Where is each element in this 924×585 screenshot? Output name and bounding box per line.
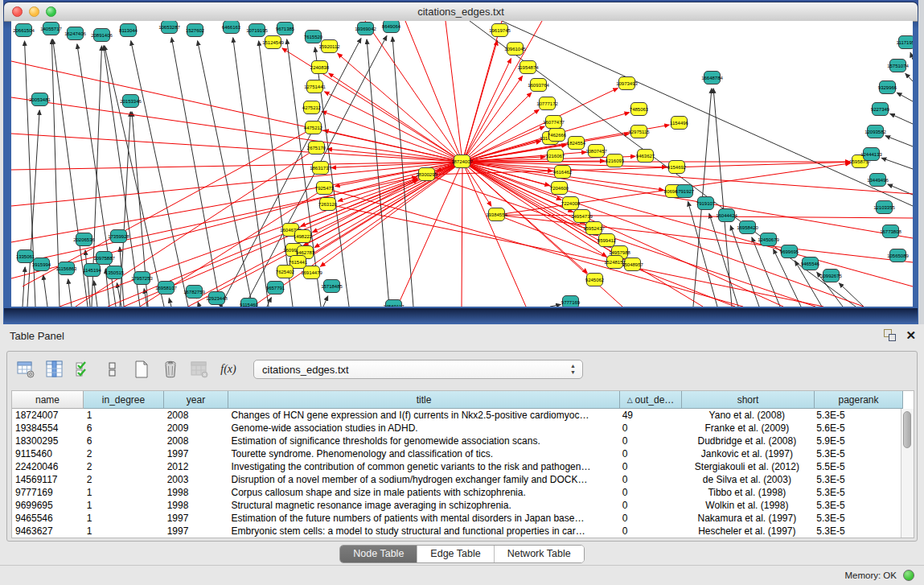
network-edge[interactable]	[329, 73, 462, 162]
float-window-icon[interactable]	[884, 329, 896, 341]
network-node[interactable]: 14569117	[385, 299, 402, 307]
network-node[interactable]: 9115460	[240, 298, 257, 307]
network-edge[interactable]	[367, 39, 389, 307]
network-node[interactable]: 12103355	[876, 200, 893, 214]
network-edge[interactable]	[169, 299, 171, 307]
network-edge[interactable]	[910, 52, 913, 60]
network-edge[interactable]	[23, 267, 25, 307]
network-node[interactable]: 12923448	[208, 291, 225, 305]
network-node[interactable]: 10719195	[248, 23, 265, 37]
network-edge[interactable]	[27, 110, 39, 307]
table-scrollbar-thumb[interactable]	[903, 411, 911, 448]
network-edge[interactable]	[171, 38, 220, 307]
column-header-out_de[interactable]: △out_de…	[620, 391, 682, 409]
network-node[interactable]: 12751441	[306, 80, 323, 93]
network-edge[interactable]	[906, 73, 913, 81]
network-node[interactable]: 16958107	[158, 281, 175, 295]
network-node[interactable]: 4616462	[554, 165, 571, 179]
network-node[interactable]: 10653287	[161, 21, 178, 34]
network-edge[interactable]	[327, 149, 462, 162]
network-node[interactable]: 1145194	[84, 263, 101, 277]
network-edge[interactable]	[462, 109, 539, 162]
network-node[interactable]: 9154692	[668, 160, 685, 174]
tab-edge-table[interactable]: Edge Table	[417, 546, 494, 562]
network-node[interactable]: 15048957	[624, 257, 641, 271]
column-header-year[interactable]: year	[164, 391, 228, 409]
network-node[interactable]: 7263120	[319, 197, 336, 211]
column-header-short[interactable]: short	[682, 391, 815, 409]
select-columns-button[interactable]	[73, 359, 94, 380]
network-node[interactable]: 17359928	[110, 229, 127, 243]
network-node[interactable]: 10777172	[539, 97, 556, 110]
network-node[interactable]: 1824554	[568, 136, 585, 150]
network-node[interactable]: 12093582	[867, 125, 884, 138]
network-node[interactable]: 7919107	[697, 196, 714, 210]
network-node[interactable]: 10992675	[823, 269, 840, 282]
network-node[interactable]: 6791927	[676, 184, 693, 198]
tab-network-table[interactable]: Network Table	[495, 546, 584, 562]
network-edge[interactable]	[198, 302, 199, 307]
tab-node-table[interactable]: Node Table	[340, 546, 417, 562]
network-node[interactable]: 20661504	[15, 23, 32, 37]
network-edge[interactable]	[43, 275, 47, 307]
network-node[interactable]: 10975887	[96, 251, 113, 265]
memory-status-indicator[interactable]	[903, 570, 914, 581]
table-row[interactable]: 977716911998Corpus callosum shape and si…	[12, 486, 901, 499]
network-node[interactable]: 13449496	[869, 173, 886, 187]
network-node[interactable]: 16958420	[739, 220, 756, 234]
network-edge[interactable]	[313, 162, 462, 232]
network-node[interactable]: 17957253	[133, 271, 150, 285]
network-node[interactable]: 18300295	[418, 167, 435, 181]
network-node[interactable]: 16093764	[530, 78, 547, 92]
network-node[interactable]: 20891406	[93, 28, 110, 42]
network-node[interactable]: 16782759	[186, 285, 203, 299]
network-node[interactable]: 6216093	[606, 154, 623, 167]
table-row[interactable]: 2242004622012Investigating the contribut…	[12, 460, 901, 473]
network-node[interactable]: 1154496	[671, 116, 688, 130]
function-builder-button[interactable]: f(x)	[218, 359, 239, 380]
network-node[interactable]: 8649064	[383, 21, 400, 33]
import-table-button[interactable]	[189, 359, 210, 380]
network-node[interactable]: 20053481	[31, 93, 48, 106]
network-node[interactable]: 16773808	[882, 225, 899, 238]
network-node[interactable]: 16247406	[67, 27, 84, 40]
network-edge[interactable]	[323, 296, 328, 307]
network-node[interactable]: 7462666	[548, 128, 565, 142]
close-panel-icon[interactable]: ✕	[906, 329, 916, 341]
network-node[interactable]: 3216067	[547, 149, 564, 163]
network-node[interactable]: 19384554	[488, 208, 505, 221]
network-node[interactable]: 15920112	[321, 39, 338, 53]
network-edge[interactable]	[462, 162, 462, 307]
network-node[interactable]: 6466163	[223, 21, 240, 34]
table-row[interactable]: 946554611997Estimation of the future num…	[12, 512, 901, 525]
table-settings-button[interactable]	[15, 359, 36, 380]
network-node[interactable]: 11954874	[519, 60, 536, 74]
network-node[interactable]: 1350515	[106, 266, 123, 279]
column-header-pagerank[interactable]: pagerank	[815, 391, 903, 409]
network-node[interactable]: 12450679	[760, 233, 777, 246]
table-selector-dropdown[interactable]: citations_edges.txt ▲▼	[253, 360, 583, 379]
network-node[interactable]: 16648784	[704, 71, 721, 84]
network-node[interactable]: 9671385	[277, 22, 294, 35]
network-node[interactable]: 7615520	[305, 30, 322, 43]
network-node[interactable]: 9227349	[872, 102, 889, 116]
network-edge[interactable]	[11, 61, 462, 162]
network-node[interactable]: 15248157	[606, 255, 623, 269]
column-header-in_degree[interactable]: in_degree	[84, 391, 164, 409]
create-table-button[interactable]	[131, 359, 152, 380]
table-row[interactable]: 1456911722003Disruption of a novel membe…	[12, 473, 901, 486]
network-node[interactable]: 7204600	[551, 181, 568, 195]
network-node[interactable]: 10973493	[618, 76, 635, 90]
table-row[interactable]: 969969511998Structural magnetic resonanc…	[12, 499, 901, 512]
network-node[interactable]: 15718485	[323, 279, 340, 293]
network-edge[interactable]	[11, 162, 462, 278]
network-window-titlebar[interactable]: citations_edges.txt	[4, 2, 918, 22]
network-node[interactable]: 2240838	[311, 60, 328, 74]
network-node[interactable]: 10807457	[588, 144, 605, 158]
network-node[interactable]: 14055717	[43, 22, 60, 35]
network-node[interactable]: 4275212	[303, 101, 320, 114]
network-canvas[interactable]: 1872400718300295193845541512454915920112…	[11, 21, 913, 307]
network-node[interactable]: 10565089	[889, 249, 906, 262]
network-node[interactable]: 9463627	[637, 149, 654, 163]
delete-table-button[interactable]	[160, 359, 181, 380]
